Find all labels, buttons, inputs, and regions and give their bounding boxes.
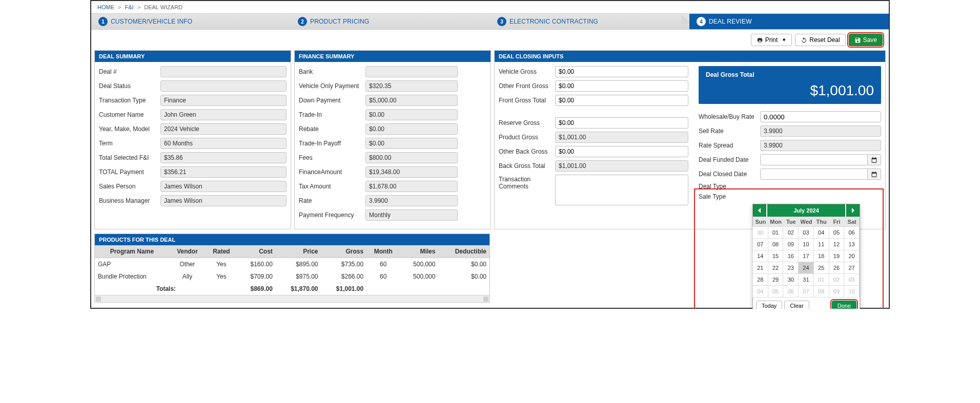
datepicker-day[interactable]: 17 xyxy=(798,250,814,262)
back-gross-total-label: Back Gross Total xyxy=(499,162,555,169)
sale-type-label: Sale Type xyxy=(699,193,760,200)
datepicker-day[interactable]: 07 xyxy=(752,238,768,250)
deal-funded-date-calendar-button[interactable] xyxy=(868,154,881,165)
other-back-gross-input[interactable] xyxy=(555,146,688,157)
datepicker-day[interactable]: 24 xyxy=(798,262,814,274)
step-deal-review[interactable]: 4 DEAL REVIEW xyxy=(689,14,889,29)
save-label: Save xyxy=(863,36,877,44)
datepicker-day[interactable]: 06 xyxy=(844,226,860,239)
datepicker-day[interactable]: 15 xyxy=(768,250,784,262)
datepicker-day[interactable]: 12 xyxy=(829,238,845,250)
datepicker-day[interactable]: 10 xyxy=(844,285,860,298)
cell-vendor: Other xyxy=(169,258,206,271)
col-cost: Cost xyxy=(237,245,276,258)
datepicker-prev-button[interactable] xyxy=(753,204,766,217)
datepicker-day[interactable]: 21 xyxy=(752,262,768,274)
datepicker-day[interactable]: 04 xyxy=(813,226,829,239)
save-button[interactable]: Save xyxy=(849,34,883,46)
business-manager-label: Business Manager xyxy=(99,197,160,204)
product-gross-field: $1,001.00 xyxy=(555,132,688,143)
step-electronic-contracting[interactable]: 3 ELECTRONIC CONTRACTING xyxy=(490,14,689,29)
datepicker-day[interactable]: 05 xyxy=(768,285,784,298)
breadcrumb-fi[interactable]: F&I xyxy=(125,4,134,10)
deal-status-label: Deal Status xyxy=(99,82,160,90)
datepicker-day[interactable]: 06 xyxy=(783,285,799,298)
datepicker-done-button[interactable]: Done xyxy=(832,301,856,309)
datepicker-day[interactable]: 11 xyxy=(813,238,829,250)
datepicker-day[interactable]: 20 xyxy=(844,250,860,262)
deal-closing-inputs-panel: DEAL CLOSING INPUTS Vehicle Gross Other … xyxy=(494,50,886,229)
front-gross-total-label: Front Gross Total xyxy=(499,97,555,104)
horizontal-scrollbar[interactable] xyxy=(95,295,489,302)
deal-closed-date-calendar-button[interactable] xyxy=(868,168,881,180)
wholesale-buy-rate-input[interactable] xyxy=(760,111,881,122)
datepicker-day[interactable]: 09 xyxy=(783,238,799,250)
trade-in-field: $0.00 xyxy=(365,109,458,120)
datepicker-day[interactable]: 30 xyxy=(783,273,799,286)
cell-price: $975.00 xyxy=(276,270,321,283)
datepicker-day[interactable]: 05 xyxy=(829,226,845,239)
print-button[interactable]: Print ▼ xyxy=(751,34,792,46)
datepicker-day[interactable]: 02 xyxy=(783,226,799,239)
other-front-gross-label: Other Front Gross xyxy=(499,82,555,90)
reset-deal-button[interactable]: Reset Deal xyxy=(795,34,845,46)
datepicker-next-button[interactable] xyxy=(846,204,860,217)
datepicker-day[interactable]: 23 xyxy=(783,262,799,274)
datepicker-day[interactable]: 01 xyxy=(813,273,829,286)
col-rated: Rated xyxy=(206,245,237,258)
col-miles: Miles xyxy=(400,245,438,258)
other-front-gross-input[interactable] xyxy=(555,80,688,92)
front-gross-total-input[interactable] xyxy=(555,95,688,106)
deal-status-field xyxy=(160,80,287,92)
transaction-type-label: Transaction Type xyxy=(99,97,160,104)
business-manager-field: James Wilson xyxy=(160,195,287,206)
step-customer-vehicle[interactable]: 1 CUSTOMER/VEHICLE INFO xyxy=(91,14,291,29)
datepicker-day[interactable]: 09 xyxy=(829,285,845,298)
datepicker-day[interactable]: 16 xyxy=(783,250,799,262)
datepicker-clear-button[interactable]: Clear xyxy=(784,301,809,309)
transaction-comments-input[interactable] xyxy=(555,175,688,205)
datepicker-today-button[interactable]: Today xyxy=(756,301,782,309)
datepicker-day[interactable]: 08 xyxy=(768,238,784,250)
datepicker-day[interactable]: 18 xyxy=(813,250,829,262)
step-label: ELECTRONIC CONTRACTING xyxy=(509,18,598,25)
datepicker-day[interactable]: 03 xyxy=(798,226,814,239)
deal-closed-date-input[interactable] xyxy=(760,168,868,180)
datepicker-day[interactable]: 03 xyxy=(844,273,860,286)
datepicker-day[interactable]: 14 xyxy=(752,250,768,262)
print-icon xyxy=(757,37,763,44)
step-number-icon: 4 xyxy=(697,17,706,26)
closing-title: DEAL CLOSING INPUTS xyxy=(495,51,885,62)
datepicker-day[interactable]: 30 xyxy=(752,226,768,239)
step-product-pricing[interactable]: 2 PRODUCT PRICING xyxy=(291,14,490,29)
datepicker-day[interactable]: 07 xyxy=(798,285,814,298)
datepicker-day[interactable]: 02 xyxy=(829,273,845,286)
cell-cost: $160.00 xyxy=(237,258,276,271)
bank-field xyxy=(365,66,458,77)
breadcrumb-home[interactable]: HOME xyxy=(97,4,114,10)
datepicker-day[interactable]: 25 xyxy=(813,262,829,274)
datepicker-day[interactable]: 10 xyxy=(798,238,814,250)
datepicker-day[interactable]: 13 xyxy=(844,238,860,250)
save-icon xyxy=(854,37,861,44)
datepicker-day[interactable]: 19 xyxy=(829,250,845,262)
datepicker-day[interactable]: 29 xyxy=(768,273,784,286)
reserve-gross-input[interactable] xyxy=(555,117,688,129)
datepicker-day[interactable]: 08 xyxy=(813,285,829,298)
datepicker-day[interactable]: 26 xyxy=(829,262,845,274)
chevron-left-icon xyxy=(757,208,762,213)
datepicker-day[interactable]: 27 xyxy=(844,262,860,274)
datepicker-day[interactable]: 22 xyxy=(768,262,784,274)
deal-funded-date-input[interactable] xyxy=(760,154,868,165)
cell-program: Bundle Protection xyxy=(95,270,169,283)
datepicker-day[interactable]: 28 xyxy=(752,273,768,286)
datepicker-month-title[interactable]: July 2024 xyxy=(767,204,845,217)
datepicker-day[interactable]: 04 xyxy=(752,285,768,298)
datepicker-day[interactable]: 31 xyxy=(798,273,814,286)
vehicle-gross-input[interactable] xyxy=(555,66,688,77)
cell-month: 60 xyxy=(366,258,400,271)
rate-spread-field: 3.9900 xyxy=(760,140,881,151)
datepicker-dow: Sun xyxy=(753,217,768,227)
datepicker-day[interactable]: 01 xyxy=(768,226,784,239)
trade-in-payoff-label: Trade-In Payoff xyxy=(299,140,365,147)
